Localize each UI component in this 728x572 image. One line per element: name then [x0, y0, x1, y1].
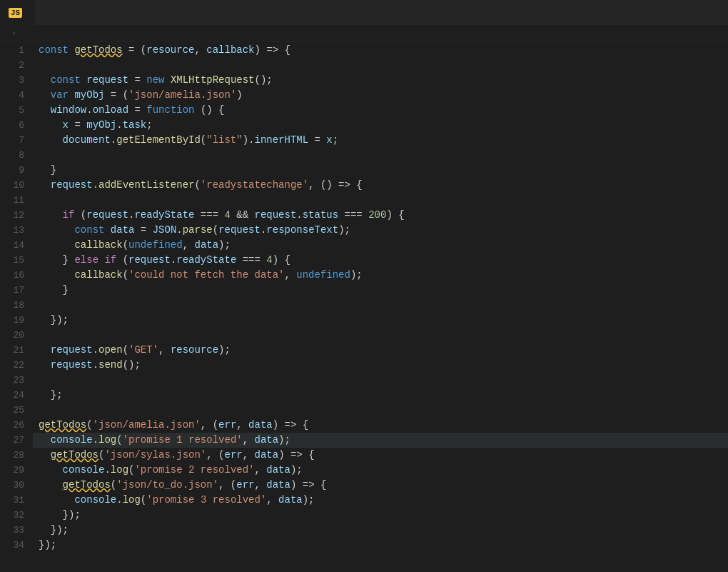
code-line: request.send();	[33, 358, 728, 373]
line-number: 1	[0, 43, 24, 58]
line-number: 31	[0, 493, 24, 508]
line-number: 4	[0, 88, 24, 103]
code-line: getTodos('json/to_do.json', (err, data) …	[33, 478, 728, 493]
code-line: getTodos('json/sylas.json', (err, data) …	[33, 448, 728, 463]
line-number: 22	[0, 358, 24, 373]
code-line: request.open('GET', resource);	[33, 343, 728, 358]
line-number: 12	[0, 208, 24, 223]
line-number: 14	[0, 238, 24, 253]
code-line	[33, 403, 728, 418]
line-number: 27	[0, 433, 24, 448]
breadcrumb: ›	[0, 26, 728, 41]
code-line: x = myObj.task;	[33, 118, 728, 133]
line-number: 33	[0, 523, 24, 538]
code-line: }	[33, 283, 728, 298]
line-number: 8	[0, 148, 24, 163]
editor-container: 1234567891011121314151617181920212223242…	[0, 41, 728, 572]
code-line: if (request.readyState === 4 && request.…	[33, 208, 728, 223]
line-number: 16	[0, 268, 24, 283]
code-line: const data = JSON.parse(request.response…	[33, 223, 728, 238]
line-number: 18	[0, 298, 24, 313]
line-number: 19	[0, 313, 24, 328]
code-line: const request = new XMLHttpRequest();	[33, 73, 728, 88]
code-line: }	[33, 163, 728, 178]
tab-item[interactable]: JS	[0, 0, 36, 25]
code-line: };	[33, 388, 728, 403]
line-number: 20	[0, 328, 24, 343]
line-number: 10	[0, 178, 24, 193]
code-line	[33, 328, 728, 343]
line-number: 3	[0, 73, 24, 88]
line-number: 25	[0, 403, 24, 418]
code-line: console.log('promise 2 resolved', data);	[33, 463, 728, 478]
code-line: callback(undefined, data);	[33, 238, 728, 253]
line-number: 7	[0, 133, 24, 148]
code-line	[33, 298, 728, 313]
code-area[interactable]: const getTodos = (resource, callback) =>…	[33, 41, 728, 572]
code-line	[33, 193, 728, 208]
code-line	[33, 148, 728, 163]
line-number: 5	[0, 103, 24, 118]
code-line: var myObj = ('json/amelia.json')	[33, 88, 728, 103]
line-number: 30	[0, 478, 24, 493]
js-icon: JS	[9, 8, 22, 18]
line-number: 2	[0, 58, 24, 73]
line-number: 9	[0, 163, 24, 178]
code-line	[33, 373, 728, 388]
tab-bar: JS	[0, 0, 728, 26]
code-line: const getTodos = (resource, callback) =>…	[33, 43, 728, 58]
line-number: 26	[0, 418, 24, 433]
code-line: window.onload = function () {	[33, 103, 728, 118]
line-number: 34	[0, 538, 24, 553]
line-numbers: 1234567891011121314151617181920212223242…	[0, 41, 33, 572]
line-number: 6	[0, 118, 24, 133]
line-number: 15	[0, 253, 24, 268]
code-line	[33, 58, 728, 73]
code-line: });	[33, 523, 728, 538]
line-number: 17	[0, 283, 24, 298]
code-line: getTodos('json/amelia.json', (err, data)…	[33, 418, 728, 433]
breadcrumb-separator: ›	[11, 29, 16, 39]
code-line: console.log('promise 1 resolved', data);	[33, 433, 728, 448]
code-line: } else if (request.readyState === 4) {	[33, 253, 728, 268]
code-line: request.addEventListener('readystatechan…	[33, 178, 728, 193]
code-line: });	[33, 538, 728, 553]
line-number: 21	[0, 343, 24, 358]
line-number: 28	[0, 448, 24, 463]
code-line: document.getElementById("list").innerHTM…	[33, 133, 728, 148]
line-number: 29	[0, 463, 24, 478]
code-line: });	[33, 313, 728, 328]
line-number: 13	[0, 223, 24, 238]
line-number: 23	[0, 373, 24, 388]
line-number: 11	[0, 193, 24, 208]
line-number: 32	[0, 508, 24, 523]
code-line: });	[33, 508, 728, 523]
code-line: console.log('promise 3 resolved', data);	[33, 493, 728, 508]
line-number: 24	[0, 388, 24, 403]
code-line: callback('could not fetch the data', und…	[33, 268, 728, 283]
